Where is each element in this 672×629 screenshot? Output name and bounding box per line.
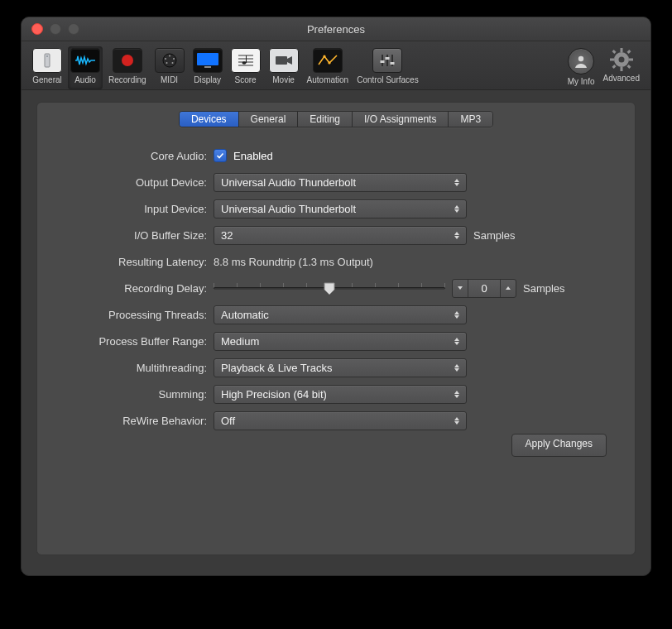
summing-select[interactable]: High Precision (64 bit) bbox=[214, 385, 467, 404]
svg-rect-30 bbox=[620, 48, 622, 52]
process-buffer-range-label: Process Buffer Range: bbox=[37, 335, 214, 348]
svg-point-20 bbox=[328, 61, 330, 64]
toolbar-item-midi[interactable]: MIDI bbox=[152, 46, 187, 89]
io-buffer-select[interactable]: 32 bbox=[214, 226, 467, 245]
toolbar-item-display[interactable]: Display bbox=[190, 46, 225, 89]
toolbar-item-movie[interactable]: Movie bbox=[266, 46, 301, 89]
updown-icon bbox=[453, 308, 461, 322]
svg-rect-26 bbox=[391, 62, 395, 65]
svg-rect-17 bbox=[246, 55, 247, 63]
updown-icon bbox=[453, 175, 461, 190]
row-multithreading: Multithreading: Playback & Live Tracks bbox=[37, 358, 607, 377]
minimize-icon[interactable] bbox=[50, 23, 61, 35]
processing-threads-label: Processing Threads: bbox=[37, 309, 214, 321]
recording-delay-slider[interactable] bbox=[214, 280, 445, 296]
svg-rect-37 bbox=[612, 65, 616, 69]
close-icon[interactable] bbox=[31, 23, 43, 35]
tab-mp3[interactable]: MP3 bbox=[449, 112, 492, 127]
rewire-select[interactable]: Off bbox=[214, 411, 467, 430]
resulting-latency-value: 8.8 ms Roundtrip (1.3 ms Output) bbox=[214, 256, 373, 268]
toolbar-label: My Info bbox=[568, 77, 595, 86]
toolbar-item-automation[interactable]: Automation bbox=[305, 46, 352, 89]
rewire-label: ReWire Behavior: bbox=[37, 415, 214, 427]
multithreading-select[interactable]: Playback & Live Tracks bbox=[214, 358, 467, 377]
svg-point-8 bbox=[166, 62, 167, 64]
svg-point-27 bbox=[578, 56, 583, 61]
toolbar-label: Movie bbox=[272, 75, 295, 84]
svg-rect-35 bbox=[626, 65, 631, 69]
toolbar-item-audio[interactable]: Audio bbox=[68, 46, 103, 89]
toolbar-label: MIDI bbox=[161, 75, 178, 84]
toolbar-label: Audio bbox=[74, 75, 96, 84]
updown-icon bbox=[453, 334, 461, 348]
stepper-up-icon[interactable] bbox=[500, 280, 516, 297]
svg-point-7 bbox=[173, 58, 175, 60]
preferences-window: Preferences General Audio Recording bbox=[21, 17, 651, 576]
svg-rect-22 bbox=[386, 55, 388, 66]
row-rewire: ReWire Behavior: Off bbox=[37, 411, 607, 430]
toolbar-label: Control Surfaces bbox=[357, 75, 418, 84]
svg-point-5 bbox=[169, 55, 170, 57]
toolbar-item-my-info[interactable]: My Info bbox=[565, 46, 598, 89]
toolbar: General Audio Recording MIDI bbox=[22, 41, 650, 90]
summing-label: Summing: bbox=[37, 388, 214, 401]
sliders-icon bbox=[372, 48, 402, 73]
core-audio-label: Core Audio: bbox=[37, 150, 214, 162]
svg-rect-18 bbox=[276, 56, 287, 65]
tab-io-assignments[interactable]: I/O Assignments bbox=[353, 112, 449, 127]
toolbar-label: Automation bbox=[307, 75, 349, 84]
row-io-buffer: I/O Buffer Size: 32 Samples bbox=[37, 225, 607, 245]
user-icon bbox=[568, 48, 594, 74]
form: Core Audio: Enabled Output Device: Unive… bbox=[37, 146, 635, 430]
svg-rect-32 bbox=[610, 59, 614, 61]
audio-icon bbox=[70, 48, 100, 73]
tab-general[interactable]: General bbox=[239, 112, 299, 127]
svg-point-2 bbox=[122, 55, 133, 66]
toolbar-item-general[interactable]: General bbox=[30, 46, 65, 89]
automation-icon bbox=[313, 48, 343, 73]
row-summing: Summing: High Precision (64 bit) bbox=[37, 384, 607, 404]
slider-thumb-icon[interactable] bbox=[324, 282, 335, 295]
toolbar-label: General bbox=[32, 75, 62, 84]
row-recording-delay: Recording Delay: 0 bbox=[37, 278, 607, 298]
row-output-device: Output Device: Universal Audio Thunderbo… bbox=[37, 172, 607, 192]
toolbar-item-advanced[interactable]: Advanced bbox=[601, 46, 642, 89]
svg-rect-34 bbox=[612, 50, 616, 54]
recording-icon bbox=[113, 48, 142, 73]
svg-point-6 bbox=[165, 58, 166, 60]
toolbar-item-score[interactable]: Score bbox=[228, 46, 263, 89]
display-icon bbox=[193, 48, 223, 73]
io-buffer-suffix: Samples bbox=[473, 229, 516, 242]
svg-point-9 bbox=[171, 62, 173, 64]
tab-devices[interactable]: Devices bbox=[180, 112, 239, 127]
resulting-latency-label: Resulting Latency: bbox=[37, 256, 214, 268]
score-icon bbox=[231, 48, 261, 73]
svg-rect-24 bbox=[381, 60, 385, 63]
output-device-select[interactable]: Universal Audio Thunderbolt bbox=[214, 173, 467, 192]
rewire-value: Off bbox=[221, 415, 235, 427]
toolbar-item-control-surfaces[interactable]: Control Surfaces bbox=[354, 46, 420, 89]
stepper-down-icon[interactable] bbox=[453, 280, 468, 297]
updown-icon bbox=[453, 361, 461, 375]
svg-rect-31 bbox=[620, 67, 622, 71]
recording-delay-suffix: Samples bbox=[523, 282, 565, 295]
toolbar-item-recording[interactable]: Recording bbox=[106, 46, 149, 89]
core-audio-checkbox[interactable] bbox=[214, 149, 227, 162]
svg-rect-1 bbox=[46, 55, 48, 57]
zoom-icon[interactable] bbox=[68, 23, 79, 35]
svg-rect-36 bbox=[626, 50, 631, 54]
row-resulting-latency: Resulting Latency: 8.8 ms Roundtrip (1.3… bbox=[37, 252, 607, 271]
multithreading-value: Playback & Live Tracks bbox=[221, 362, 332, 374]
process-buffer-range-select[interactable]: Medium bbox=[214, 332, 467, 351]
tab-editing[interactable]: Editing bbox=[298, 112, 353, 127]
window-title: Preferences bbox=[22, 23, 650, 36]
output-device-value: Universal Audio Thunderbolt bbox=[221, 176, 356, 189]
apply-changes-button[interactable]: Apply Changes bbox=[511, 434, 607, 457]
io-buffer-value: 32 bbox=[221, 229, 233, 242]
input-device-select[interactable]: Universal Audio Thunderbolt bbox=[214, 199, 467, 218]
toolbar-label: Display bbox=[194, 75, 221, 84]
recording-delay-stepper[interactable]: 0 bbox=[452, 279, 516, 298]
row-processing-threads: Processing Threads: Automatic bbox=[37, 305, 607, 324]
svg-rect-10 bbox=[197, 53, 218, 65]
processing-threads-select[interactable]: Automatic bbox=[214, 305, 467, 324]
